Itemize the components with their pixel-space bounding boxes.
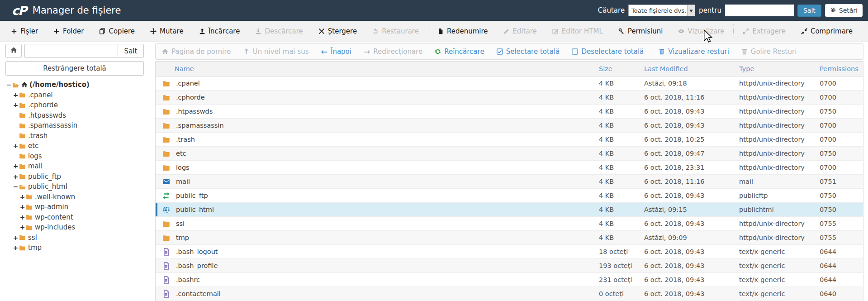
tree-item[interactable]: +etc [5, 141, 150, 151]
table-row[interactable]: .trash4 KB6 oct. 2018, 10:25httpd/unix-d… [156, 133, 863, 147]
cell-type: publicftp [739, 192, 820, 199]
column-header-type[interactable]: Type [739, 65, 820, 72]
tree-item[interactable]: +wp-admin [5, 202, 150, 212]
search-input[interactable] [725, 5, 794, 16]
cell-modified: 6 oct. 2018, 09:43 [644, 290, 739, 297]
tree-expander[interactable]: + [12, 244, 19, 251]
reload-button[interactable]: Reîncărcare [435, 48, 484, 56]
tree-item[interactable]: +tmp [5, 243, 150, 253]
home-directory-button[interactable] [5, 44, 22, 58]
download-button[interactable]: Descărcare [255, 27, 303, 35]
tree-expander[interactable]: + [19, 224, 26, 231]
tree-item[interactable]: +wp-includes [5, 222, 150, 233]
nav-button-label: Reîncărcare [444, 48, 484, 56]
path-go-button[interactable]: Salt [118, 44, 144, 58]
permissions-button[interactable]: Permisiuni [618, 27, 663, 35]
tree-expander[interactable]: + [19, 214, 26, 221]
table-row[interactable]: tmp4 KBAstăzi, 09:09httpd/unix-directory… [156, 231, 863, 245]
tree-item-label: ssl [28, 234, 37, 242]
table-row[interactable]: mail4 KB6 oct. 2018, 11:16mail0751 [156, 175, 863, 189]
forward-button[interactable]: →Redirecționare [364, 48, 422, 56]
table-row[interactable]: .spamassassin4 KB6 oct. 2018, 09:43httpd… [156, 119, 863, 133]
tree-expander[interactable]: + [12, 142, 19, 149]
table-row[interactable]: .bash_logout18 octeți6 oct. 2018, 09:43t… [156, 245, 863, 259]
deselect-all-button[interactable]: Deselectare totală [572, 48, 644, 56]
tree-expander[interactable]: + [12, 101, 19, 109]
html-editor-button[interactable]: Editor HTML [552, 27, 603, 35]
collapse-all-button[interactable]: Restrângere totală [5, 61, 144, 76]
table-row[interactable]: .bash_profile193 octeți6 oct. 2018, 09:4… [156, 259, 863, 273]
tree-item[interactable]: +ssl [5, 233, 150, 243]
restore-button[interactable]: Restaurare [372, 27, 419, 35]
select-all-button[interactable]: Selectare totală [497, 48, 560, 56]
tree-item[interactable]: .htpasswds [5, 110, 150, 121]
tree-expander[interactable]: + [12, 173, 19, 180]
tree-item[interactable]: +.well-known [5, 192, 150, 202]
view-button[interactable]: Vizualizare [678, 27, 724, 35]
folder-icon [26, 193, 33, 200]
table-row[interactable]: .cphorde4 KB6 oct. 2018, 11:16httpd/unix… [156, 91, 863, 105]
tree-item[interactable]: .trash [5, 131, 150, 141]
tree-item[interactable]: +mail [5, 161, 150, 172]
edit-button[interactable]: Editare [503, 27, 537, 35]
rename-button[interactable]: Redenumire [437, 27, 488, 35]
tree-item[interactable]: logs [5, 151, 150, 162]
table-header-row: NameSizeLast ModifiedTypePermissions [156, 62, 863, 76]
path-input[interactable] [24, 44, 118, 58]
tree-expander[interactable]: + [19, 193, 26, 201]
view-trash-button[interactable]: Vizualizare resturi [659, 48, 729, 56]
tree-expander[interactable]: + [12, 234, 19, 241]
empty-trash-button[interactable]: Golire Resturi [741, 48, 797, 56]
column-header-last-modified[interactable]: Last Modified [644, 65, 739, 72]
search-scope-select[interactable]: Toate fișierele dvs. ▾ [628, 5, 695, 16]
copy-button[interactable]: Copiere [99, 27, 135, 35]
delete-button[interactable]: Ștergere [318, 27, 357, 35]
upload-button[interactable]: Încărcare [199, 27, 240, 35]
settings-button[interactable]: Setări [825, 4, 863, 17]
back-button[interactable]: ←Înapoi [321, 48, 351, 56]
tree-expander[interactable]: + [12, 162, 19, 170]
cell-type: httpd/unix-directory [739, 122, 820, 129]
tree-item[interactable]: −(/home/hostico) [5, 80, 150, 90]
cpanel-logo: cP [12, 4, 26, 18]
table-row[interactable]: logs4 KB6 oct. 2018, 23:31httpd/unix-dir… [156, 161, 863, 175]
tree-item[interactable]: +wp-content [5, 212, 150, 223]
table-row[interactable]: .cpanel4 KBAstăzi, 09:18httpd/unix-direc… [156, 76, 863, 91]
search-label: Căutare [598, 6, 625, 14]
table-row[interactable]: public_html4 KBAstăzi, 09:15publichtml07… [156, 203, 863, 217]
table-row[interactable]: .bashrc231 octeți6 oct. 2018, 09:43text/… [156, 273, 863, 287]
file-button[interactable]: Fișier [11, 27, 38, 35]
tree-item[interactable]: +.cphorde [5, 100, 150, 110]
tree-expander[interactable]: − [5, 81, 12, 88]
table-row[interactable]: etc4 KB6 oct. 2018, 09:47httpd/unix-dire… [156, 147, 863, 161]
tree-item[interactable]: −public_html [5, 182, 150, 192]
table-row[interactable]: .htpasswds4 KB6 oct. 2018, 09:43httpd/un… [156, 105, 863, 119]
tree-item[interactable]: .spamassassin [5, 120, 150, 131]
compress-button[interactable]: Comprimare [801, 27, 853, 35]
column-header-size[interactable]: Size [599, 65, 644, 72]
table-row[interactable]: public_ftp4 KB6 oct. 2018, 09:43publicft… [156, 189, 863, 203]
tree-item[interactable]: +.cpanel [5, 90, 150, 100]
check-icon [497, 48, 503, 55]
move-button[interactable]: Mutare [150, 27, 184, 35]
extract-button[interactable]: Extragere [743, 27, 785, 35]
column-header-name[interactable]: Name [162, 65, 599, 72]
search-go-button[interactable]: Salt [797, 5, 821, 17]
up-one-level-button[interactable]: ↑Un nivel mai sus [243, 48, 309, 56]
column-header-permissions[interactable]: Permissions [820, 65, 863, 72]
cell-name: .trash [162, 136, 599, 143]
tree-expander[interactable]: + [19, 203, 26, 210]
cell-modified: Astăzi, 09:18 [644, 80, 739, 87]
cell-permissions: 0700 [820, 122, 863, 129]
folder-icon [19, 143, 26, 149]
toolbar-button-label: Restaurare [382, 27, 419, 35]
homepage-button[interactable]: Pagina de pornire [162, 48, 231, 56]
tree-expander[interactable]: − [12, 183, 19, 190]
toolbar-button-label: Încărcare [209, 27, 240, 35]
table-row[interactable]: .contactemail0 octeți6 oct. 2018, 09:43t… [156, 287, 863, 301]
tree-expander[interactable]: + [12, 91, 19, 99]
tree-item-label: logs [28, 152, 42, 160]
folder-button[interactable]: Folder [53, 27, 84, 35]
tree-item[interactable]: +public_ftp [5, 172, 150, 182]
table-row[interactable]: ssl4 KB6 oct. 2018, 09:43httpd/unix-dire… [156, 217, 863, 231]
